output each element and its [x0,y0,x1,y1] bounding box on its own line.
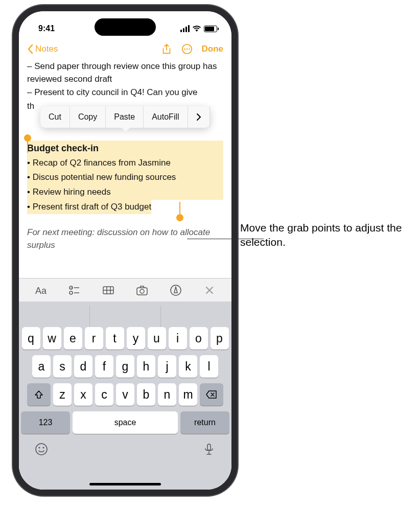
key-d[interactable]: d [74,355,92,378]
callout-text: Move the grab points to adjust the selec… [240,221,404,250]
chevron-left-icon [27,44,33,54]
backspace-icon [206,390,217,399]
key-n[interactable]: n [158,383,176,406]
svg-point-18 [43,447,44,449]
key-x[interactable]: x [74,383,92,406]
svg-text:Aa: Aa [35,286,47,296]
key-b[interactable]: b [137,383,155,406]
dynamic-island [95,18,156,36]
status-time: 9:41 [38,24,55,33]
selection-title: Budget check-in [27,141,223,156]
key-r[interactable]: r [85,327,103,350]
key-o[interactable]: o [190,327,208,350]
paste-button[interactable]: Paste [106,106,144,128]
note-line: – Send paper through review once this gr… [27,60,223,85]
dictation-key[interactable] [202,442,216,456]
cut-button[interactable]: Cut [40,106,70,128]
svg-point-2 [186,49,188,50]
text-edit-menu: Cut Copy Paste AutoFill [40,106,210,128]
copy-button[interactable]: Copy [70,106,106,128]
close-format-icon[interactable] [203,284,216,297]
emoji-key[interactable] [34,442,49,456]
selection-line: • Discus potential new funding sources [27,170,223,185]
svg-point-14 [140,289,144,293]
key-m[interactable]: m [179,383,197,406]
more-icon[interactable] [181,43,193,55]
checklist-icon[interactable] [68,284,81,297]
key-p[interactable]: p [211,327,229,350]
svg-point-7 [69,291,73,294]
key-j[interactable]: j [158,355,176,378]
chevron-right-icon [196,113,201,121]
key-q[interactable]: q [22,327,40,350]
camera-icon[interactable] [135,284,149,297]
text-selection[interactable]: Budget check-in • Recap of Q2 finances f… [27,141,223,215]
svg-point-3 [189,49,190,50]
key-t[interactable]: t [106,327,124,350]
key-k[interactable]: k [179,355,197,378]
svg-point-5 [69,286,73,289]
svg-rect-19 [207,444,211,450]
backspace-key[interactable] [200,383,223,406]
svg-point-16 [36,444,47,455]
key-e[interactable]: e [64,327,82,350]
key-a[interactable]: a [32,355,51,378]
formatting-toolbar: Aa [19,278,231,302]
key-w[interactable]: w [43,327,61,350]
key-s[interactable]: s [53,355,72,378]
home-indicator[interactable] [89,483,161,485]
callout: Move the grab points to adjust the selec… [240,221,404,250]
back-button[interactable]: Notes [27,44,161,54]
navigation-bar: Notes Done [19,38,231,60]
space-key[interactable]: space [73,411,178,434]
selection-line: • Present first draft of Q3 budget [27,200,151,215]
svg-point-17 [39,447,40,449]
note-body[interactable]: – Send paper through review once this gr… [19,60,231,252]
back-label: Notes [35,44,58,54]
svg-point-1 [184,49,185,50]
key-v[interactable]: v [116,383,134,406]
done-button[interactable]: Done [202,44,224,54]
markup-icon[interactable] [169,284,182,297]
shift-icon [34,389,44,400]
key-f[interactable]: f [95,355,113,378]
table-icon[interactable] [102,284,115,297]
selection-grab-start[interactable] [24,134,31,142]
selection-line: • Review hiring needs [27,185,223,200]
selection-line: • Recap of Q2 finances from Jasmine [27,156,223,171]
shift-key[interactable] [27,383,51,406]
keyboard: qwertyuiop asdfghjkl zxcvbnm 123 [19,302,231,490]
svg-rect-13 [137,288,147,295]
more-menu-button[interactable] [188,106,210,128]
key-g[interactable]: g [116,355,134,378]
key-u[interactable]: u [148,327,166,350]
key-y[interactable]: y [127,327,145,350]
key-c[interactable]: c [95,383,113,406]
wifi-icon [193,26,201,32]
text-format-icon[interactable]: Aa [34,284,48,297]
key-z[interactable]: z [53,383,72,406]
key-i[interactable]: i [169,327,187,350]
share-icon[interactable] [161,43,172,55]
iphone-frame: 9:41 Notes [13,5,238,496]
cellular-signal-icon [180,25,190,32]
numbers-key[interactable]: 123 [21,411,70,434]
selection-grab-end[interactable] [176,214,183,221]
autofill-button[interactable]: AutoFill [144,106,188,128]
key-h[interactable]: h [137,355,155,378]
battery-icon [204,26,217,32]
key-l[interactable]: l [200,355,218,378]
return-key[interactable]: return [180,411,229,434]
prediction-bar[interactable] [19,306,231,327]
note-line: – Present to city council in Q4! Can you… [27,86,223,99]
